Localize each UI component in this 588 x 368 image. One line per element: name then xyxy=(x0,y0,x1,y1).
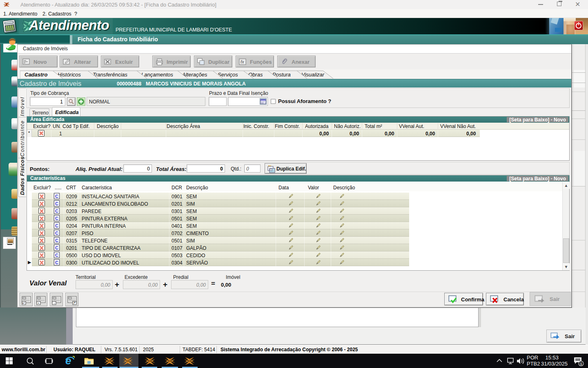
svg-text:fx: fx xyxy=(241,60,244,64)
svg-text:↵: ↵ xyxy=(22,301,25,305)
svg-text:→: → xyxy=(52,301,56,305)
svg-text:↱: ↱ xyxy=(73,301,76,305)
svg-text:1: 1 xyxy=(580,362,582,366)
svg-text:+: + xyxy=(38,301,40,305)
